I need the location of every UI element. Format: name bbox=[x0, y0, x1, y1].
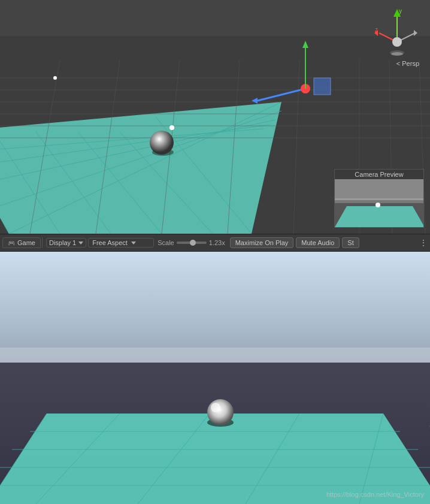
watermark: https://blog.csdn.net/King_Victory bbox=[326, 491, 424, 498]
scale-label: Scale bbox=[158, 239, 174, 246]
camera-preview-title: Camera Preview bbox=[335, 170, 423, 179]
svg-point-47 bbox=[392, 37, 402, 47]
svg-rect-55 bbox=[335, 198, 423, 203]
game-toolbar: 🎮 Game Display 1 Free Aspect Scale 1.23x… bbox=[0, 234, 430, 252]
scale-slider[interactable] bbox=[177, 242, 207, 244]
scene-view: y z < Persp Camera Preview bbox=[0, 0, 430, 234]
svg-point-54 bbox=[376, 203, 380, 207]
camera-preview-content bbox=[335, 179, 423, 227]
aspect-dropdown-icon bbox=[131, 242, 136, 245]
svg-text:y: y bbox=[399, 8, 402, 14]
svg-rect-1 bbox=[0, 0, 430, 36]
svg-point-50 bbox=[391, 52, 403, 56]
svg-marker-46 bbox=[414, 30, 417, 36]
svg-point-31 bbox=[53, 76, 57, 80]
svg-point-30 bbox=[169, 125, 174, 130]
svg-rect-35 bbox=[314, 78, 331, 95]
maximize-on-play-button[interactable]: Maximize On Play bbox=[230, 237, 294, 248]
stats-button[interactable]: St bbox=[342, 237, 359, 248]
display-label: Display 1 bbox=[49, 239, 76, 246]
svg-point-29 bbox=[150, 131, 174, 155]
mute-audio-button[interactable]: Mute Audio bbox=[296, 237, 340, 248]
display-dropdown-icon bbox=[78, 242, 83, 245]
more-options-icon[interactable]: ⋮ bbox=[419, 238, 428, 248]
game-tab[interactable]: 🎮 Game bbox=[2, 237, 41, 248]
aspect-label: Free Aspect bbox=[92, 239, 128, 246]
toolbar-sep-1 bbox=[42, 237, 43, 248]
game-view-canvas bbox=[0, 252, 430, 504]
persp-label: < Persp bbox=[396, 60, 419, 67]
svg-text:z: z bbox=[375, 26, 378, 33]
scale-value: 1.23x bbox=[209, 239, 225, 246]
scale-thumb bbox=[190, 240, 196, 246]
camera-preview: Camera Preview bbox=[334, 169, 424, 228]
svg-point-72 bbox=[211, 403, 220, 412]
svg-marker-53 bbox=[335, 206, 423, 227]
scale-section: Scale 1.23x bbox=[158, 239, 225, 246]
game-tab-label: Game bbox=[17, 239, 35, 246]
game-tab-icon: 🎮 bbox=[8, 240, 15, 246]
game-view: https://blog.csdn.net/King_Victory bbox=[0, 252, 430, 504]
svg-point-71 bbox=[207, 399, 234, 425]
display-select[interactable]: Display 1 bbox=[46, 238, 86, 248]
aspect-select[interactable]: Free Aspect bbox=[88, 238, 154, 248]
